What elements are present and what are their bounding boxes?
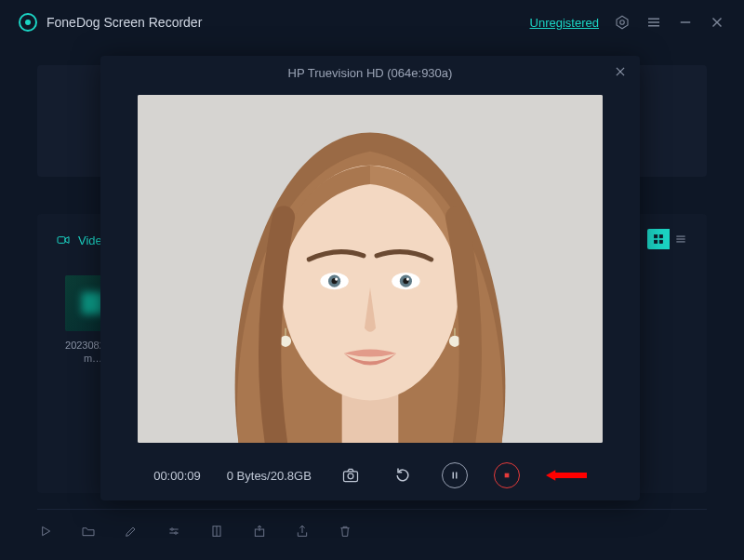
svg-point-34: [335, 278, 338, 281]
compress-icon[interactable]: [208, 523, 225, 540]
modal-close-icon[interactable]: [614, 65, 627, 78]
unregistered-link[interactable]: Unregistered: [530, 16, 599, 30]
app-title: FoneDog Screen Recorder: [46, 15, 202, 30]
elapsed-time: 00:00:09: [153, 469, 201, 483]
webcam-preview: [138, 95, 603, 443]
snapshot-button[interactable]: [338, 462, 364, 488]
app-logo-icon: [19, 13, 37, 32]
size-info: 0 Bytes/20.8GB: [227, 469, 312, 483]
stop-button[interactable]: [494, 462, 520, 488]
svg-point-41: [348, 473, 353, 479]
folder-icon[interactable]: [80, 523, 97, 540]
svg-marker-0: [617, 16, 628, 29]
list-view-button[interactable]: [670, 229, 692, 249]
svg-rect-10: [659, 234, 663, 238]
close-icon[interactable]: [709, 14, 725, 31]
svg-point-36: [280, 336, 291, 347]
grid-view-button[interactable]: [647, 229, 670, 249]
share-icon[interactable]: [294, 523, 311, 540]
annotation-arrow-icon: [546, 468, 587, 483]
export-icon[interactable]: [251, 523, 268, 540]
edit-icon[interactable]: [123, 523, 140, 540]
svg-point-1: [620, 20, 625, 25]
webcam-modal: HP Truevision HD (064e:930a): [100, 56, 640, 500]
view-toggle: [647, 229, 692, 249]
modal-header: HP Truevision HD (064e:930a): [100, 56, 640, 89]
titlebar-right: Unregistered: [530, 14, 725, 31]
svg-rect-12: [659, 240, 663, 244]
sliders-icon[interactable]: [166, 523, 182, 540]
titlebar: FoneDog Screen Recorder Unregistered: [0, 0, 744, 45]
pause-button[interactable]: [442, 462, 468, 488]
svg-point-35: [406, 278, 409, 281]
svg-rect-44: [504, 473, 509, 478]
settings-icon[interactable]: [614, 14, 631, 31]
svg-point-37: [449, 336, 460, 347]
svg-rect-11: [654, 240, 658, 244]
play-icon[interactable]: [37, 523, 54, 540]
trash-icon[interactable]: [337, 523, 353, 540]
modal-controls: 00:00:09 0 Bytes/20.8GB: [100, 450, 640, 500]
svg-rect-8: [58, 237, 65, 244]
menu-icon[interactable]: [645, 14, 662, 31]
svg-marker-45: [546, 470, 587, 481]
svg-rect-9: [654, 234, 658, 238]
modal-camera-name: HP Truevision HD (064e:930a): [288, 66, 453, 80]
bottom-toolbar: [37, 509, 707, 540]
restart-button[interactable]: [390, 462, 416, 488]
svg-marker-16: [43, 527, 50, 535]
minimize-icon[interactable]: [677, 14, 694, 31]
titlebar-left: FoneDog Screen Recorder: [19, 13, 202, 32]
